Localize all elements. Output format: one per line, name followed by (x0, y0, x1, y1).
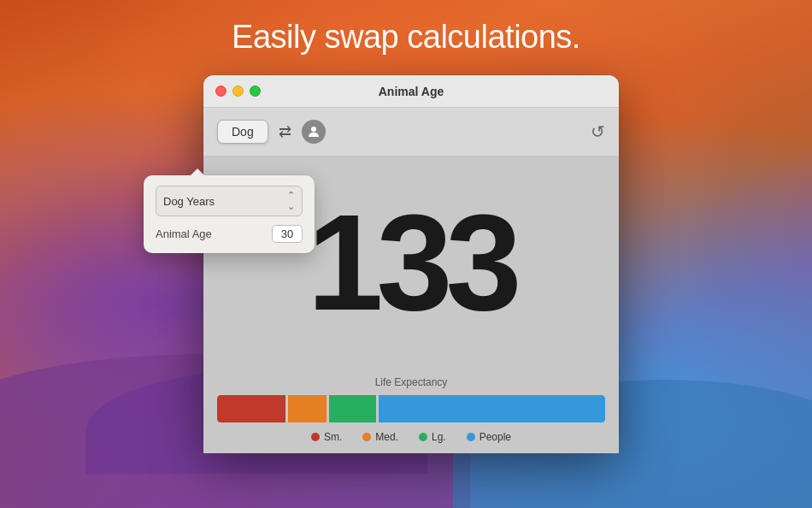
animal-age-input[interactable]: 30 (272, 225, 303, 243)
legend-item-med: Med. (362, 431, 398, 443)
life-expectancy-label: Life Expectancy (217, 376, 605, 388)
bar-large (329, 395, 376, 422)
legend-label-med: Med. (375, 431, 398, 443)
swap-icon[interactable]: ⇄ (279, 122, 291, 141)
legend-dot-people (467, 433, 475, 441)
legend-label-people: People (480, 431, 511, 443)
legend: Sm. Med. Lg. People (217, 431, 605, 443)
legend-label-sm: Sm. (324, 431, 342, 443)
animal-age-label: Animal Age (156, 227, 212, 240)
unit-select[interactable]: Dog Years ⌃⌄ (156, 186, 303, 216)
minimize-button[interactable] (232, 86, 244, 97)
bar-people (379, 395, 605, 422)
legend-item-people: People (467, 431, 511, 443)
maximize-button[interactable] (250, 86, 261, 97)
titlebar: Animal Age (203, 75, 619, 108)
result-number: 133 (308, 194, 515, 331)
legend-dot-lg (419, 433, 427, 441)
life-expectancy-section: Life Expectancy Sm. Med. Lg. People (203, 369, 619, 453)
legend-item-sm: Sm. (311, 431, 342, 443)
traffic-lights (215, 86, 261, 97)
avatar-icon[interactable] (302, 120, 326, 144)
chevron-updown-icon: ⌃⌄ (287, 190, 295, 212)
close-button[interactable] (215, 86, 227, 97)
life-expectancy-bars (217, 395, 605, 422)
window-title: Animal Age (379, 85, 444, 98)
svg-point-0 (311, 127, 316, 132)
legend-label-lg: Lg. (432, 431, 446, 443)
toolbar: Dog ⇄ ↺ (203, 108, 619, 156)
unit-select-value: Dog Years (163, 195, 215, 208)
legend-dot-sm (311, 433, 320, 441)
app-window: Animal Age Dog ⇄ ↺ 133 Life Expectancy S… (203, 75, 619, 447)
dropdown-popup: Dog Years ⌃⌄ Animal Age 30 (144, 175, 315, 253)
animal-age-row: Animal Age 30 (156, 225, 303, 243)
animal-select-button[interactable]: Dog (217, 120, 268, 144)
header-title: Easily swap calculations. (0, 19, 812, 56)
legend-dot-med (362, 433, 371, 441)
bar-medium (288, 395, 327, 422)
refresh-icon[interactable]: ↺ (591, 121, 605, 142)
bar-small (217, 395, 285, 422)
legend-item-lg: Lg. (419, 431, 446, 443)
